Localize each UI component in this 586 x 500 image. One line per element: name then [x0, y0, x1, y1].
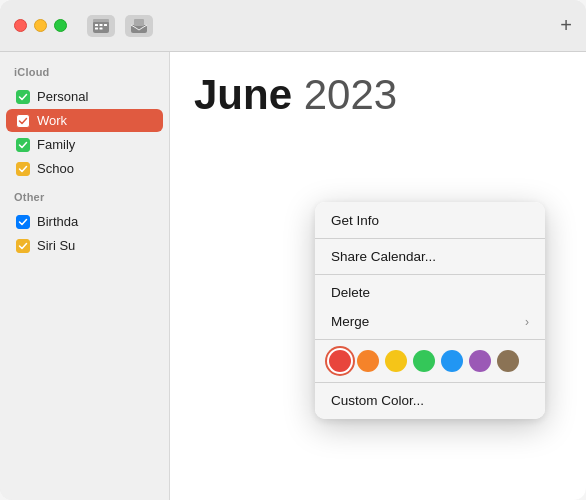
share-calendar-menu-item[interactable]: Share Calendar...: [315, 242, 545, 271]
personal-label: Personal: [37, 89, 88, 104]
sidebar-item-personal[interactable]: Personal: [6, 85, 163, 108]
context-menu: Get Info Share Calendar... Delete Merge …: [315, 202, 545, 419]
svg-rect-1: [95, 24, 98, 26]
month-name: June: [194, 71, 292, 118]
titlebar-icons: [87, 15, 153, 37]
family-checkbox[interactable]: [16, 138, 30, 152]
other-section-title: Other: [0, 191, 169, 209]
sidebar-item-family[interactable]: Family: [6, 133, 163, 156]
app-window: + iCloud Personal Work: [0, 0, 586, 500]
color-swatch-blue[interactable]: [441, 350, 463, 372]
maximize-button[interactable]: [54, 19, 67, 32]
sidebar-item-school[interactable]: Schoo: [6, 157, 163, 180]
svg-rect-6: [93, 19, 109, 22]
svg-rect-0: [93, 21, 109, 33]
icloud-section-title: iCloud: [0, 66, 169, 84]
personal-checkbox[interactable]: [16, 90, 30, 104]
color-swatch-red[interactable]: [329, 350, 351, 372]
close-button[interactable]: [14, 19, 27, 32]
color-swatch-purple[interactable]: [469, 350, 491, 372]
svg-rect-3: [104, 24, 107, 26]
add-button[interactable]: +: [560, 14, 572, 37]
sidebar: iCloud Personal Work Family: [0, 52, 170, 500]
svg-rect-2: [100, 24, 103, 26]
main-layout: iCloud Personal Work Family: [0, 52, 586, 500]
sidebar-divider: [0, 181, 169, 191]
year-label: 2023: [304, 71, 397, 118]
work-label: Work: [37, 113, 67, 128]
minimize-button[interactable]: [34, 19, 47, 32]
school-label: Schoo: [37, 161, 74, 176]
custom-color-menu-item[interactable]: Custom Color...: [315, 386, 545, 415]
school-checkbox[interactable]: [16, 162, 30, 176]
birthdays-label: Birthda: [37, 214, 78, 229]
menu-separator-3: [315, 339, 545, 340]
siri-checkbox[interactable]: [16, 239, 30, 253]
work-checkbox[interactable]: [16, 114, 30, 128]
color-swatch-brown[interactable]: [497, 350, 519, 372]
color-swatch-green[interactable]: [413, 350, 435, 372]
titlebar: +: [0, 0, 586, 52]
sidebar-item-work[interactable]: Work: [6, 109, 163, 132]
menu-separator-4: [315, 382, 545, 383]
siri-label: Siri Su: [37, 238, 75, 253]
traffic-lights: [14, 19, 67, 32]
color-swatch-yellow[interactable]: [385, 350, 407, 372]
color-swatch-orange[interactable]: [357, 350, 379, 372]
sidebar-item-birthdays[interactable]: Birthda: [6, 210, 163, 233]
delete-menu-item[interactable]: Delete: [315, 278, 545, 307]
merge-label: Merge: [331, 314, 369, 329]
birthdays-checkbox[interactable]: [16, 215, 30, 229]
month-title: June 2023: [194, 72, 562, 118]
svg-rect-8: [134, 19, 144, 26]
sidebar-item-siri[interactable]: Siri Su: [6, 234, 163, 257]
content-area: June 2023 Get Info Share Calendar... Del…: [170, 52, 586, 500]
menu-separator-1: [315, 238, 545, 239]
calendar-grid-icon[interactable]: [87, 15, 115, 37]
menu-separator-2: [315, 274, 545, 275]
chevron-right-icon: ›: [525, 315, 529, 329]
merge-menu-item[interactable]: Merge ›: [315, 307, 545, 336]
get-info-menu-item[interactable]: Get Info: [315, 206, 545, 235]
color-swatches-row: [315, 343, 545, 379]
inbox-icon[interactable]: [125, 15, 153, 37]
svg-rect-4: [95, 27, 98, 29]
svg-rect-5: [100, 27, 103, 29]
family-label: Family: [37, 137, 75, 152]
